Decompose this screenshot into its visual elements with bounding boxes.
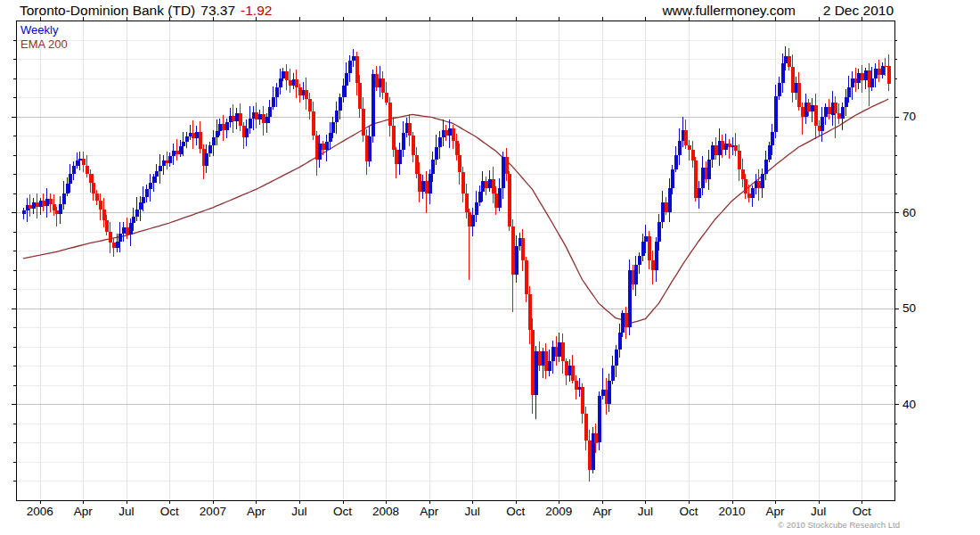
chart-legend: Weekly EMA 200 — [20, 23, 68, 52]
date-label: 2 Dec 2010 — [823, 3, 894, 19]
svg-text:70: 70 — [902, 110, 916, 123]
svg-text:Jul: Jul — [811, 505, 826, 518]
svg-text:Apr: Apr — [766, 505, 786, 518]
svg-text:Jul: Jul — [118, 505, 134, 518]
svg-text:60: 60 — [902, 206, 916, 219]
plot-border — [17, 21, 895, 501]
svg-text:2010: 2010 — [719, 505, 746, 518]
svg-text:Jul: Jul — [291, 505, 306, 518]
svg-text:2009: 2009 — [545, 505, 572, 518]
site-url: www.fullermoney.com — [662, 3, 796, 19]
svg-text:Oct: Oct — [333, 505, 352, 518]
svg-text:Apr: Apr — [247, 505, 266, 518]
grid-horizontal-minor — [16, 41, 894, 482]
price-chart: 405060702006AprJulOct2007AprJulOct2008Ap… — [0, 0, 980, 535]
svg-text:Oct: Oct — [506, 505, 525, 518]
svg-text:2007: 2007 — [200, 505, 226, 518]
last-price: 73.37 — [200, 3, 235, 18]
legend-ema: EMA 200 — [20, 37, 68, 52]
grid-horizontal-major — [16, 118, 894, 405]
svg-text:Jul: Jul — [465, 505, 480, 518]
svg-text:Apr: Apr — [420, 505, 439, 518]
price-change: -1.92 — [241, 3, 272, 18]
svg-text:Oct: Oct — [679, 505, 698, 518]
axis-ticks — [12, 17, 899, 504]
candles-layer — [22, 46, 891, 481]
instrument-name: Toronto-Dominion Bank (TD) — [20, 3, 195, 18]
copyright-label: © 2010 Stockcube Research Ltd — [778, 520, 900, 530]
svg-text:2006: 2006 — [27, 505, 53, 518]
svg-text:Apr: Apr — [74, 505, 94, 518]
y-axis-labels: 40506070 — [902, 110, 916, 411]
svg-text:Oct: Oct — [160, 505, 179, 518]
chart-window: 405060702006AprJulOct2007AprJulOct2008Ap… — [0, 0, 980, 535]
svg-text:50: 50 — [902, 301, 916, 315]
svg-text:Apr: Apr — [592, 505, 612, 518]
grid-vertical — [41, 21, 862, 500]
legend-weekly: Weekly — [20, 23, 68, 37]
svg-text:2008: 2008 — [372, 505, 399, 518]
x-axis-labels: 2006AprJulOct2007AprJulOct2008AprJulOct2… — [27, 505, 871, 518]
svg-text:Jul: Jul — [638, 505, 653, 518]
chart-title: Toronto-Dominion Bank (TD)73.37-1.92 — [20, 3, 272, 19]
svg-text:Oct: Oct — [853, 505, 871, 518]
svg-text:40: 40 — [902, 398, 916, 411]
